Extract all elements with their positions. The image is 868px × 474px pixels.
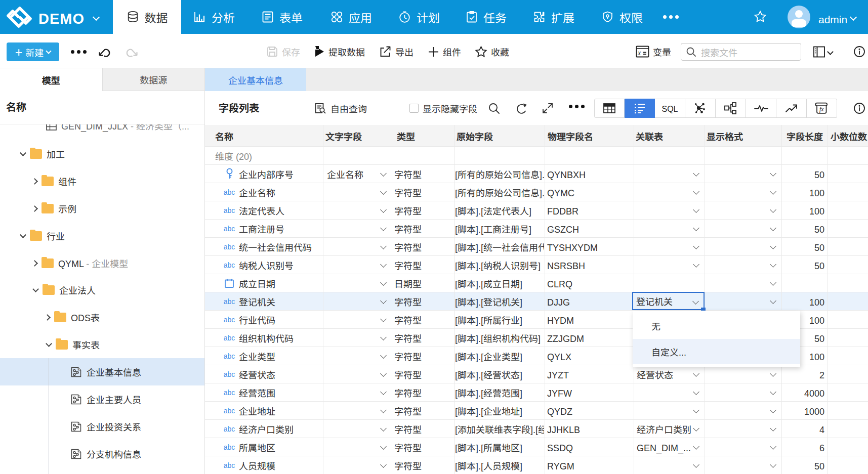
svg-text:x: x [637, 49, 641, 57]
svg-text:fx: fx [819, 106, 824, 113]
